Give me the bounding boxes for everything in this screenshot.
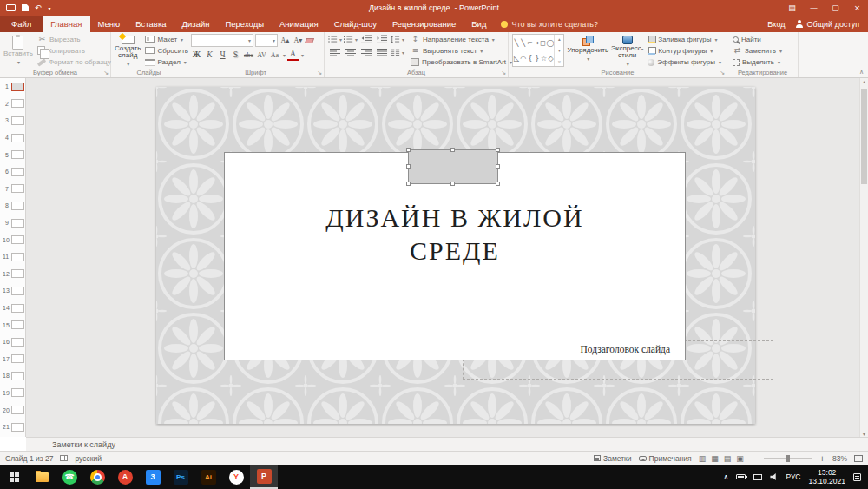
ribbon-tab[interactable]: Рецензирование	[385, 16, 464, 32]
gallery-more-icon[interactable]: ▿	[558, 59, 561, 64]
align-left-button[interactable]	[328, 47, 342, 58]
slide-thumbnail[interactable]: 16	[0, 334, 25, 351]
shape-effects-button[interactable]: Эффекты фигуры▾	[646, 57, 723, 68]
zoom-in-button[interactable]: +	[819, 454, 825, 463]
new-slide-button[interactable]: Создать слайд ▾	[115, 34, 141, 68]
fit-slide-button[interactable]	[854, 455, 863, 462]
shape-icon[interactable]: {	[528, 55, 532, 63]
shrink-font-button[interactable]: А▾	[293, 35, 304, 47]
selected-image-placeholder[interactable]	[408, 149, 498, 184]
selection-handle[interactable]	[496, 148, 500, 152]
slide-thumbnail[interactable]: 14	[0, 300, 25, 317]
scroll-down-icon[interactable]: ▾	[863, 431, 865, 437]
tab-file[interactable]: Файл	[0, 16, 43, 32]
slide-thumbnail[interactable]: 13	[0, 282, 25, 300]
zoom-out-button[interactable]: −	[751, 454, 757, 463]
selection-handle[interactable]	[406, 148, 411, 152]
start-button[interactable]	[0, 465, 28, 489]
slide-thumbnail[interactable]: 9	[0, 215, 25, 232]
share-button[interactable]: Общий доступ	[796, 20, 859, 29]
replace-button[interactable]: ⇄ Заменить▾	[731, 45, 784, 56]
zoom-level[interactable]: 83%	[832, 454, 847, 463]
network-icon[interactable]	[753, 474, 762, 480]
sign-in-button[interactable]: Вход	[767, 20, 785, 29]
clear-formatting-icon[interactable]	[305, 38, 314, 43]
language-indicator[interactable]: русский	[75, 454, 102, 463]
taskbar-photoshop[interactable]: Ps	[167, 465, 194, 489]
zoom-slider-thumb[interactable]	[786, 455, 790, 462]
shape-fill-button[interactable]: Заливка фигуры▾	[646, 34, 723, 44]
numbering-button[interactable]: ▾	[344, 34, 358, 45]
shape-icon[interactable]: ╲	[514, 39, 518, 47]
underline-button[interactable]: Ч	[217, 49, 228, 61]
reset-button[interactable]: Сбросить	[143, 45, 190, 56]
shape-icon[interactable]: }	[535, 55, 539, 63]
selection-handle[interactable]	[450, 182, 455, 186]
shape-icon[interactable]: ◺	[514, 55, 519, 63]
selection-handle[interactable]	[406, 182, 411, 186]
line-spacing-button[interactable]: ▾	[391, 34, 404, 45]
taskbar-app-a[interactable]: А	[111, 465, 139, 489]
view-button[interactable]: ▤	[724, 454, 732, 463]
taskbar-whatsapp[interactable]: ☎	[56, 465, 83, 489]
slide-thumbnail[interactable]: 3	[0, 112, 25, 129]
notes-pane[interactable]: Заметки к слайду	[26, 437, 868, 451]
selection-handle[interactable]	[496, 182, 500, 186]
zoom-slider[interactable]	[764, 458, 812, 459]
hidden-icons-chevron[interactable]: ∧	[723, 472, 728, 481]
copy-button[interactable]: Копировать	[36, 45, 113, 56]
dialog-launcher-icon[interactable]: ↘	[501, 70, 506, 76]
view-button[interactable]: ▥	[699, 454, 707, 463]
collapse-ribbon-icon[interactable]: ∧	[859, 69, 864, 76]
ribbon-tab[interactable]: Дизайн	[174, 16, 218, 32]
select-button[interactable]: Выделить▾	[731, 57, 784, 68]
taskbar-file-explorer[interactable]	[28, 465, 56, 489]
taskbar-illustrator[interactable]: Ai	[194, 465, 222, 489]
slide-thumbnail[interactable]: 21	[0, 419, 25, 436]
clock[interactable]: 13:02 13.10.2021	[808, 468, 845, 486]
shape-icon[interactable]: ◇	[548, 55, 553, 63]
slide-thumbnail[interactable]: 20	[0, 401, 25, 419]
shape-icon[interactable]: ◯	[547, 39, 555, 47]
dialog-launcher-icon[interactable]: ↘	[317, 70, 322, 76]
slide-thumbnail[interactable]: 11	[0, 248, 25, 266]
increase-indent-button[interactable]	[375, 34, 389, 45]
save-icon[interactable]	[22, 4, 29, 11]
italic-button[interactable]: К	[204, 49, 215, 61]
notification-center-icon[interactable]	[853, 473, 861, 481]
justify-button[interactable]	[375, 47, 389, 58]
slide-editing-area[interactable]: ДИЗАЙН В ЖИЛОЙ СРЕДЕ Подзаголовок слайда	[26, 78, 859, 437]
slide-thumbnail[interactable]: 10	[0, 231, 25, 248]
grow-font-button[interactable]: А▴	[279, 35, 291, 47]
ribbon-tab[interactable]: Вставка	[128, 16, 174, 32]
language-switcher[interactable]: РУС	[786, 472, 800, 481]
selection-handle[interactable]	[450, 148, 455, 152]
ribbon-tab[interactable]: Главная	[43, 16, 89, 32]
quick-styles-button[interactable]: Экспресс-стили ▾	[611, 34, 643, 68]
paste-button[interactable]: Вставить ▾	[3, 34, 33, 68]
section-button[interactable]: Раздел▾	[143, 57, 190, 68]
view-button[interactable]: ▣	[736, 454, 744, 463]
notes-toggle-button[interactable]: Заметки	[594, 454, 632, 463]
cut-button[interactable]: ✂ Вырезать	[36, 34, 113, 44]
ribbon-tab[interactable]: Анимация	[272, 16, 326, 32]
character-spacing-button[interactable]: AV	[256, 49, 267, 61]
shape-icon[interactable]: ◠	[520, 55, 526, 63]
scrollbar-thumb[interactable]	[861, 89, 867, 184]
taskbar-yandex[interactable]: Y	[222, 465, 250, 489]
ribbon-tab[interactable]: Слайд-шоу	[326, 16, 385, 32]
text-direction-button[interactable]: ↕ Направление текста▾	[411, 34, 512, 44]
align-center-button[interactable]	[344, 47, 358, 58]
ribbon-tab[interactable]: Вид	[464, 16, 494, 32]
dialog-launcher-icon[interactable]: ↘	[103, 70, 108, 76]
slide-thumbnail[interactable]: 17	[0, 351, 25, 368]
selection-handle[interactable]	[406, 164, 411, 169]
slide-thumbnail[interactable]: 18	[0, 367, 25, 385]
scroll-up-icon[interactable]: ▴	[558, 36, 561, 42]
maximize-button[interactable]: ▢	[825, 0, 846, 16]
selection-handle[interactable]	[496, 164, 500, 169]
slide-thumbnail[interactable]: 1	[0, 78, 25, 96]
align-right-button[interactable]	[359, 47, 373, 58]
slide-subtitle-text[interactable]: Подзаголовок слайда	[581, 344, 671, 354]
slide-thumbnail[interactable]: 15	[0, 316, 25, 334]
